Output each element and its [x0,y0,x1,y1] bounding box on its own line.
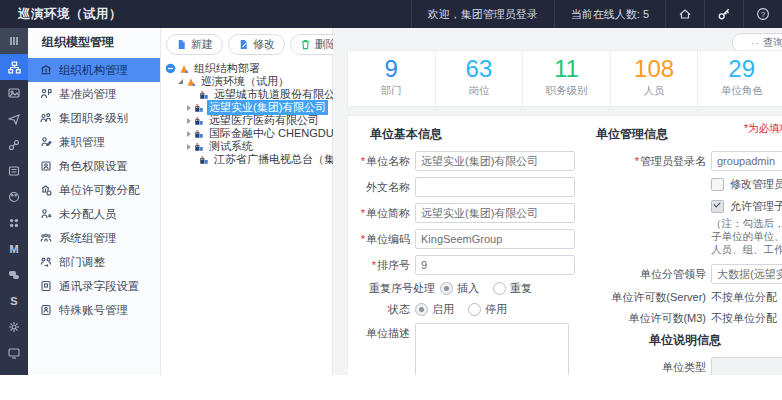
leader-label: 单位分管领导 [594,267,706,282]
sidebar-item-dept-adjust[interactable]: 部门调整 [28,250,160,274]
topbar: 巡演环境（试用） 欢迎，集团管理员登录 当前在线人数: 5 ? [0,0,782,28]
contacts-icon [40,280,52,292]
unit-form-card: *为必填项 单位基本信息 单位名称 外文名称 单位简称 [347,115,782,377]
expanded-caret-icon[interactable] [178,79,183,84]
puzzle-icon[interactable] [0,210,28,236]
tree-node-5[interactable]: 江苏省广播电视总台（集团） [161,153,332,166]
collapsed-caret-icon[interactable] [187,144,191,150]
group-icon [40,232,52,244]
role-frame-icon [40,160,52,172]
unit-code-input[interactable] [415,229,575,249]
status-disabled-radio[interactable] [468,303,481,316]
foreign-name-input[interactable] [415,177,575,197]
status-label: 状态 [348,302,410,317]
org-tree: 组织结构部署 巡演环境（试用） 远望城市轨道股份有限公司 远望实业(集团)有限公… [161,62,332,166]
building-icon [199,90,209,100]
modify-button[interactable]: 修改 [228,34,285,55]
org-logo-icon [179,64,189,74]
unit-desc-label: 单位描述 [348,323,410,341]
sidebar-item-contacts-fields[interactable]: 通讯录字段设置 [28,274,160,298]
s-icon[interactable]: S [0,288,28,314]
collapsed-caret-icon[interactable] [187,118,191,124]
stats-card: 9 部门 63 岗位 11 职务级别 108 人员 29 单位角色 [347,50,782,107]
sidebar-item-unit-license[interactable]: 单位许可数分配 [28,178,160,202]
palette-icon[interactable] [0,184,28,210]
m-icon[interactable]: M [0,236,28,262]
collapse-minus-icon [165,63,176,74]
gear-icon[interactable] [0,314,28,340]
ellipsis-icon [751,37,760,49]
sidebar-item-base-post[interactable]: 基准岗管理 [28,82,160,106]
dup-insert-radio[interactable] [440,282,453,295]
allow-sub-note: （注：勾选后，此单位管理员及HR管理员可管理所有子单位的单位、部门、岗位、职级、… [711,217,782,256]
building-icon [194,142,204,152]
library-icon[interactable] [0,158,28,184]
id-badge-icon [40,304,52,316]
link-icon[interactable] [0,132,28,158]
modify-admin-checkbox[interactable] [711,178,724,191]
bank-icon [40,64,52,76]
person-flag-icon [40,88,52,100]
svg-text:?: ? [761,10,766,19]
send-icon[interactable] [0,106,28,132]
app-title: 巡演环境（试用） [0,6,122,23]
manage-info-column: 单位管理信息 管理员登录名 修改管理员信息 允许管理子单位的组织及模型 （注：勾… [594,122,782,377]
stat-job-levels: 11 职务级别 [523,51,611,106]
help-icon[interactable]: ? [743,0,782,28]
stat-positions: 63 岗位 [436,51,524,106]
sidebar-item-parttime[interactable]: 兼职管理 [28,130,160,154]
unit-short-input[interactable] [415,203,575,223]
sidebar-item-special-account[interactable]: 特殊账号管理 [28,298,160,322]
collapsed-caret-icon[interactable] [187,131,191,137]
tree-toolbar: 新建 修改 删除 [161,28,332,59]
allow-sub-checkbox[interactable] [711,200,724,213]
unit-name-input[interactable] [415,151,575,171]
building-icon [194,129,204,139]
trash-icon [300,39,311,50]
new-doc-icon [176,39,187,50]
sitemap-icon[interactable] [0,54,28,80]
dup-repeat-radio[interactable] [493,282,506,295]
org-tree-panel: 新建 修改 删除 组织结构部署 巡演环境（试用） [161,28,333,375]
key-icon[interactable] [704,0,743,28]
person-x-icon [40,208,52,220]
unit-type-label: 单位类型 [594,360,706,375]
sidebar-item-org-structure[interactable]: 组织机构管理 [28,58,160,82]
unit-short-label: 单位简称 [348,206,410,221]
monitor-icon[interactable] [0,340,28,366]
leader-input[interactable] [711,264,782,284]
admin-login-label: 管理员登录名 [594,154,706,169]
status-enabled-radio[interactable] [415,303,428,316]
image-icon[interactable] [0,80,28,106]
unit-name-label: 单位名称 [348,154,410,169]
collapsed-caret-icon[interactable] [187,105,191,111]
org-logo-icon [186,77,196,87]
admin-login-input[interactable] [711,151,782,171]
sidebar-item-unassigned[interactable]: 未分配人员 [28,202,160,226]
bank-coin-icon [40,184,52,196]
person-pen-icon [40,136,52,148]
home-icon[interactable] [665,0,704,28]
page-bottom-whitespace [0,375,782,400]
unit-type-input[interactable] [711,357,782,377]
order-label: 排序号 [348,258,410,273]
building-icon [194,116,204,126]
sidebar-title: 组织模型管理 [28,28,160,58]
stat-people: 108 人员 [611,51,699,106]
info-title: 单位说明信息 [649,332,782,349]
modify-admin-checkbox-row[interactable]: 修改管理员信息 [711,177,782,192]
sidebar-item-role-permission[interactable]: 角色权限设置 [28,154,160,178]
chat-icon[interactable] [0,262,28,288]
license-server-value: 不按单位分配 [711,290,777,305]
allow-sub-checkbox-row[interactable]: 允许管理子单位的组织及模型 [711,199,782,214]
icon-rail: M S [0,28,28,375]
unit-desc-textarea[interactable] [415,323,569,377]
required-note: *为必填项 [744,122,782,136]
sidebar-item-group-job-level[interactable]: 集团职务级别 [28,106,160,130]
sidebar-item-system-group[interactable]: 系统组管理 [28,226,160,250]
stat-unit-roles: 29 单位角色 [698,51,782,106]
people-swap-icon [40,256,52,268]
order-input[interactable] [415,255,575,275]
new-button[interactable]: 新建 [166,34,223,55]
menu-icon[interactable] [0,28,28,54]
